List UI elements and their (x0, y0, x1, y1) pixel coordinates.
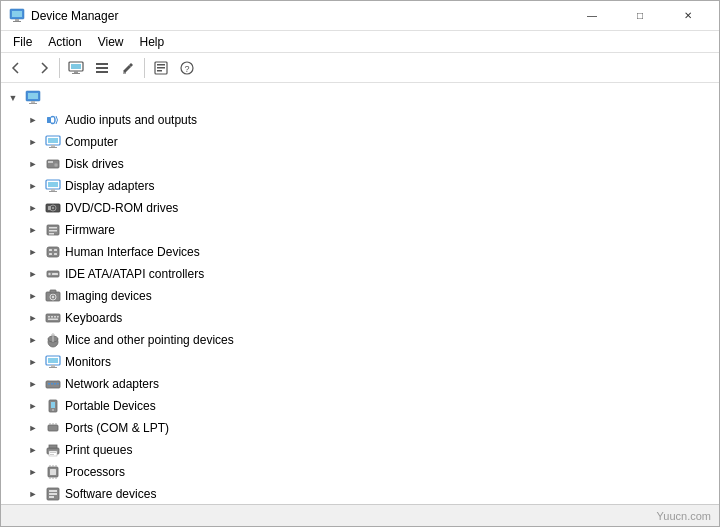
svg-rect-2 (15, 19, 19, 21)
menu-action[interactable]: Action (40, 33, 89, 51)
tree-item-keyboards[interactable]: ► Keyboards (1, 307, 719, 329)
svg-rect-13 (157, 64, 165, 66)
keyboards-expand[interactable]: ► (25, 310, 41, 326)
tree-item-mice[interactable]: ► Mice and other pointing devices (1, 329, 719, 351)
hid-label: Human Interface Devices (65, 245, 200, 259)
firmware-expand[interactable]: ► (25, 222, 41, 238)
dvd-label: DVD/CD-ROM drives (65, 201, 178, 215)
close-button[interactable]: ✕ (665, 1, 711, 31)
tree-item-portable[interactable]: ► Portable Devices (1, 395, 719, 417)
imaging-expand[interactable]: ► (25, 288, 41, 304)
svg-rect-88 (50, 469, 56, 475)
maximize-button[interactable]: □ (617, 1, 663, 31)
svg-rect-3 (13, 21, 21, 22)
svg-rect-7 (72, 73, 80, 74)
processors-label: Processors (65, 465, 125, 479)
portable-expand[interactable]: ► (25, 398, 41, 414)
tree-item-computer[interactable]: ► Computer (1, 131, 719, 153)
network-label: Network adapters (65, 377, 159, 391)
svg-rect-31 (48, 182, 58, 187)
display-expand[interactable]: ► (25, 178, 41, 194)
hid-expand[interactable]: ► (25, 244, 41, 260)
tree-item-monitors[interactable]: ► Monitors (1, 351, 719, 373)
audio-expand[interactable]: ► (25, 112, 41, 128)
svg-rect-39 (49, 227, 57, 229)
computer-expand[interactable]: ► (25, 134, 41, 150)
hid-icon (45, 244, 61, 260)
svg-rect-41 (49, 233, 54, 235)
network-expand[interactable]: ► (25, 376, 41, 392)
forward-button[interactable] (31, 56, 55, 80)
mice-icon (45, 332, 61, 348)
tree-item-display[interactable]: ► Display adapters (1, 175, 719, 197)
svg-rect-84 (49, 451, 57, 456)
minimize-button[interactable]: — (569, 1, 615, 31)
svg-point-77 (52, 409, 54, 411)
ports-label: Ports (COM & LPT) (65, 421, 169, 435)
window-title: Device Manager (31, 9, 118, 23)
tree-item-processors[interactable]: ► Processors (1, 461, 719, 483)
help-button[interactable]: ? (175, 56, 199, 80)
print-expand[interactable]: ► (25, 442, 41, 458)
software-icon (45, 486, 61, 502)
disk-expand[interactable]: ► (25, 156, 41, 172)
software-expand[interactable]: ► (25, 486, 41, 502)
print-label: Print queues (65, 443, 132, 457)
tree-item-imaging[interactable]: ► Imaging devices (1, 285, 719, 307)
tree-item-hid[interactable]: ► Human Interface Devices (1, 241, 719, 263)
tree-item-software[interactable]: ► Software devices (1, 483, 719, 504)
ide-expand[interactable]: ► (25, 266, 41, 282)
svg-rect-97 (49, 493, 57, 495)
dvd-expand[interactable]: ► (25, 200, 41, 216)
computer-button[interactable] (64, 56, 88, 80)
svg-rect-37 (48, 206, 51, 210)
svg-rect-8 (96, 63, 108, 65)
processors-expand[interactable]: ► (25, 464, 41, 480)
firmware-label: Firmware (65, 223, 115, 237)
svg-rect-66 (51, 365, 55, 367)
tree-item-ide[interactable]: ► IDE ATA/ATAPI controllers (1, 263, 719, 285)
keyboards-label: Keyboards (65, 311, 122, 325)
svg-rect-5 (71, 64, 81, 69)
tree-item-disk[interactable]: ► Disk drives (1, 153, 719, 175)
list-button[interactable] (90, 56, 114, 80)
tree-item-firmware[interactable]: ► Firmware (1, 219, 719, 241)
tree-item-ports[interactable]: ► Ports (COM & LPT) (1, 417, 719, 439)
svg-rect-32 (51, 189, 55, 191)
tree-item-network[interactable]: ► Network adapters (1, 373, 719, 395)
back-button[interactable] (5, 56, 29, 80)
menu-file[interactable]: File (5, 33, 40, 51)
computer-label: Computer (65, 135, 118, 149)
mice-expand[interactable]: ► (25, 332, 41, 348)
ports-expand[interactable]: ► (25, 420, 41, 436)
firmware-icon (45, 222, 61, 238)
menu-help[interactable]: Help (132, 33, 173, 51)
menu-view[interactable]: View (90, 33, 132, 51)
monitors-expand[interactable]: ► (25, 354, 41, 370)
edit-button[interactable] (116, 56, 140, 80)
svg-rect-33 (49, 191, 57, 192)
disk-icon (45, 156, 61, 172)
tree-item-audio[interactable]: ► Audio inputs and outputs (1, 109, 719, 131)
svg-rect-19 (28, 93, 38, 99)
svg-rect-96 (49, 490, 57, 492)
svg-rect-49 (52, 273, 58, 275)
app-icon (9, 8, 25, 24)
root-item[interactable]: ▼ (1, 87, 719, 109)
tree-item-print[interactable]: ► Print queues (1, 439, 719, 461)
svg-rect-14 (157, 67, 165, 69)
ide-label: IDE ATA/ATAPI controllers (65, 267, 204, 281)
monitors-label: Monitors (65, 355, 111, 369)
svg-rect-83 (49, 445, 57, 448)
root-expand[interactable]: ▼ (5, 90, 21, 106)
svg-rect-1 (12, 11, 22, 17)
device-manager-window: Device Manager — □ ✕ File Action View He… (0, 0, 720, 527)
properties-button[interactable] (149, 56, 173, 80)
svg-rect-65 (48, 358, 58, 363)
tree-item-dvd[interactable]: ► DVD/CD-ROM drives (1, 197, 719, 219)
device-tree[interactable]: ▼ ► Audio inputs and ou (1, 83, 719, 504)
svg-rect-44 (54, 249, 57, 251)
svg-rect-53 (50, 290, 56, 293)
software-label: Software devices (65, 487, 156, 501)
status-bar: Yuucn.com (1, 504, 719, 526)
